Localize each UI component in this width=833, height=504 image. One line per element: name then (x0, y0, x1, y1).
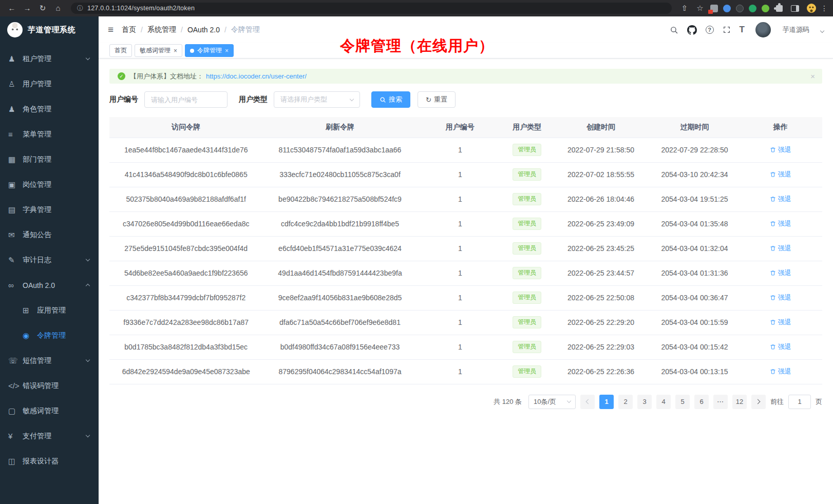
tab-item[interactable]: 令牌管理× (185, 44, 234, 57)
force-logout-button[interactable]: 强退 (770, 293, 791, 302)
goto-page-input[interactable] (788, 395, 811, 409)
force-logout-button[interactable]: 强退 (770, 318, 791, 327)
oauth-icon: ∞ (8, 281, 21, 289)
extension-icon[interactable] (762, 5, 769, 12)
browser-menu-icon[interactable]: ⋮ (821, 4, 828, 12)
force-logout-button[interactable]: 强退 (770, 367, 791, 376)
sidebar-item-notice-management[interactable]: ✉通知公告 (0, 222, 99, 247)
force-logout-button[interactable]: 强退 (770, 219, 791, 228)
extension-icon[interactable] (710, 5, 718, 12)
reset-button[interactable]: ↻ 重置 (418, 91, 456, 108)
fullscreen-icon[interactable] (723, 26, 731, 34)
back-icon[interactable]: ← (5, 2, 18, 14)
sidebar-item-sensitive-word-management[interactable]: ▢敏感词管理 (0, 398, 99, 423)
force-logout-button[interactable]: 强退 (770, 195, 791, 204)
content: ✓ 【用户体系】文档地址： https://doc.iocoder.cn/use… (99, 59, 833, 504)
table-row: b0d1785bc3a8482f812db4a3f3bd15ecb0df4980… (109, 335, 822, 359)
sidebar-fold-icon[interactable]: ≡ (108, 24, 113, 35)
expire-time-cell: 2054-03-04 00:15:42 (650, 335, 739, 359)
help-icon[interactable]: ? (706, 26, 714, 34)
force-logout-button[interactable]: 强退 (770, 268, 791, 278)
tab-item[interactable]: 敏感词管理× (135, 44, 182, 57)
share-icon[interactable]: ⇧ (678, 2, 691, 14)
close-icon[interactable]: × (225, 48, 229, 54)
reload-icon[interactable]: ↻ (36, 2, 49, 14)
site-info-icon[interactable]: ⓘ (77, 4, 83, 13)
user-type-select[interactable]: 请选择用户类型 (274, 91, 360, 108)
close-icon[interactable]: × (174, 48, 177, 54)
extensions-puzzle-icon[interactable] (776, 5, 783, 12)
sidebar-item-app-management[interactable]: ⊞应用管理 (0, 298, 99, 323)
user-name[interactable]: 芋道源码 (783, 25, 809, 34)
sidebar-item-menu-management[interactable]: ≡菜单管理 (0, 122, 99, 147)
total-count: 共 120 条 (494, 397, 522, 406)
chevron-down-icon[interactable] (820, 29, 824, 33)
sidebar-item-oauth[interactable]: ∞OAuth 2.0 (0, 273, 99, 298)
extension-icon[interactable] (736, 5, 744, 12)
force-logout-button[interactable]: 强退 (770, 342, 791, 352)
extension-icon[interactable] (723, 5, 731, 12)
force-logout-button[interactable]: 强退 (770, 145, 791, 154)
sidebar-item-user-management[interactable]: ♙用户管理 (0, 71, 99, 96)
page-button[interactable]: 1 (599, 395, 614, 409)
page-button[interactable]: 3 (637, 395, 652, 409)
column-header: 刷新令牌 (262, 117, 417, 138)
tab-label: 令牌管理 (197, 46, 222, 55)
home-icon[interactable]: ⌂ (51, 2, 65, 14)
sidebar-item-dict-management[interactable]: ▤字典管理 (0, 197, 99, 222)
token-management-icon: ◉ (23, 331, 35, 340)
page-size-select[interactable]: 10条/页 (528, 395, 576, 409)
sidebar-item-payment-management[interactable]: ¥支付管理 (0, 423, 99, 449)
page-button[interactable]: 2 (618, 395, 633, 409)
breadcrumb-item[interactable]: OAuth 2.0 (187, 26, 220, 34)
sidebar-item-post-management[interactable]: ▣岗位管理 (0, 172, 99, 197)
user-type-tag: 管理员 (513, 267, 541, 279)
tenant-management-icon: ♟ (8, 54, 21, 64)
forward-icon[interactable]: → (21, 2, 34, 14)
page-button[interactable]: 6 (694, 395, 709, 409)
sidebar-item-role-management[interactable]: ♟角色管理 (0, 96, 99, 122)
font-size-icon[interactable]: T (740, 25, 745, 35)
report-designer-icon: ◫ (8, 457, 21, 466)
expire-time-cell: 2022-07-29 22:28:50 (650, 138, 739, 162)
sidebar-item-token-management[interactable]: ◉令牌管理 (0, 323, 99, 348)
close-icon[interactable]: × (810, 72, 815, 81)
sidebar-item-label: 菜单管理 (23, 130, 51, 139)
force-logout-button[interactable]: 强退 (770, 170, 791, 179)
user-id-input[interactable] (144, 91, 228, 108)
sidebar-item-report-designer[interactable]: ◫报表设计器 (0, 449, 99, 474)
search-button[interactable]: 搜索 (371, 91, 410, 108)
user-avatar[interactable] (755, 22, 771, 37)
breadcrumb-separator: / (224, 26, 226, 34)
extension-icon[interactable] (749, 5, 756, 12)
breadcrumb-item[interactable]: 系统管理 (147, 25, 176, 34)
doc-link[interactable]: https://doc.iocoder.cn/user-center/ (206, 72, 307, 80)
sidebar-item-dept-management[interactable]: ▦部门管理 (0, 147, 99, 172)
page-button[interactable]: 12 (732, 395, 747, 409)
force-logout-button[interactable]: 强退 (770, 244, 791, 253)
pagination-more-button[interactable]: ⋯ (713, 395, 728, 409)
search-icon[interactable] (670, 26, 678, 34)
sidebar-item-tenant-management[interactable]: ♟租户管理 (0, 46, 99, 71)
user-id-cell: 1 (418, 359, 503, 384)
sidebar-item-audit-log[interactable]: ✎审计日志 (0, 247, 99, 273)
url-bar[interactable]: ⓘ 127.0.0.1:1024/system/oauth2/token (71, 3, 672, 14)
profile-avatar[interactable] (807, 4, 816, 13)
breadcrumb: 首页/系统管理/OAuth 2.0/令牌管理 (122, 25, 260, 34)
create-time-cell: 2022-07-29 21:58:50 (552, 138, 651, 162)
breadcrumb-item[interactable]: 首页 (122, 25, 136, 34)
page-button[interactable]: 4 (656, 395, 671, 409)
sidebar-item-sms-management[interactable]: ☏短信管理 (0, 348, 99, 373)
sidebar-item-error-code-management[interactable]: </>错误码管理 (0, 373, 99, 398)
github-icon[interactable] (687, 25, 697, 35)
next-page-button[interactable] (751, 395, 766, 409)
prev-page-button[interactable] (580, 395, 595, 409)
app-logo-row[interactable]: 芋道管理系统 (0, 16, 99, 43)
sidebar-item-label: 岗位管理 (23, 180, 51, 189)
bookmark-star-icon[interactable]: ☆ (693, 2, 707, 14)
tab-item[interactable]: 首页 (109, 44, 132, 57)
page-button[interactable]: 5 (675, 395, 690, 409)
app-title: 芋道管理系统 (28, 25, 75, 35)
create-time-cell: 2022-06-25 23:45:25 (552, 236, 651, 261)
side-panel-icon[interactable] (791, 5, 799, 12)
